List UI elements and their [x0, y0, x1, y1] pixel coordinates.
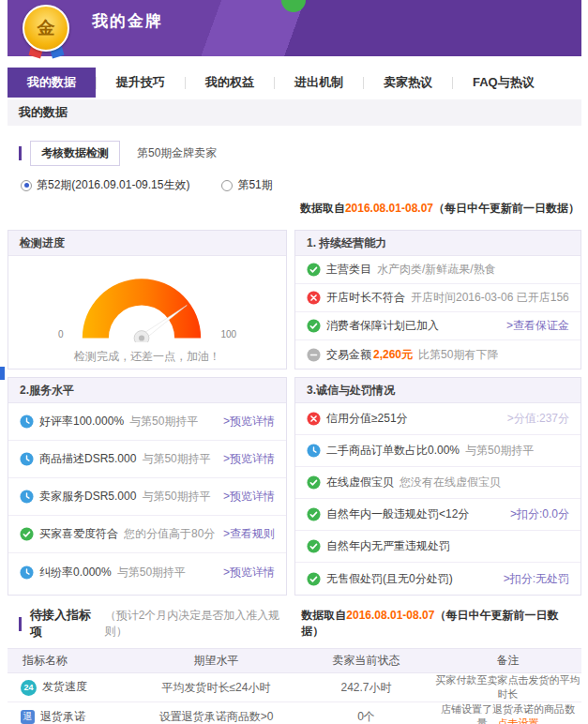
tab-my-benefits[interactable]: 我的权益 — [186, 68, 274, 98]
gauge-body: 0 100 — [8, 256, 286, 369]
gauge-min-label: 0 — [58, 329, 64, 339]
gauge-hub-dot — [139, 335, 144, 340]
check-circle-icon — [307, 263, 321, 277]
preview-detail-link[interactable]: >预览详情 — [218, 489, 275, 505]
clock-icon — [20, 415, 34, 429]
current-status: 0个 — [298, 702, 434, 724]
section-header: 我的数据 — [8, 99, 581, 126]
left-edge-marker — [0, 367, 5, 380]
metric-text: 交易金额 — [326, 347, 371, 363]
tab-seller-discussion[interactable]: 卖家热议 — [364, 68, 452, 98]
clock-icon — [20, 452, 34, 466]
panel-progress: 检测进度 0 — [8, 230, 287, 370]
credit-score-link[interactable]: >分值:237分 — [502, 411, 569, 427]
note-date-range: 2016.08.01-08.07 — [346, 609, 434, 622]
metric-text: 无售假处罚(且无0分处罚) — [326, 571, 453, 587]
note-date-range: 2016.08.01-08.07 — [345, 202, 433, 215]
clock-icon — [20, 490, 34, 504]
gauge-max-label: 100 — [220, 329, 236, 339]
data-source-note: 数据取自2016.08.01-08.07（每日中午更新前一日数据） — [8, 201, 581, 217]
expected-level: 设置退货承诺商品数>0 — [134, 702, 298, 724]
progress-gauge — [68, 260, 216, 342]
metric-text: 开店时长不符合 — [326, 290, 405, 306]
shipping-speed-24h-icon: 24 — [21, 680, 37, 696]
check-circle-icon — [307, 475, 321, 490]
page-banner: 金 我的金牌 — [8, 0, 581, 56]
green-decoration — [281, 0, 306, 12]
subtab-assessment-check[interactable]: 考核数据检测 — [30, 141, 120, 166]
metric-row: 自然年内无严重违规处罚 — [295, 531, 580, 563]
nav-tabbar: 我的数据 提升技巧 我的权益 进出机制 卖家热议 FAQ与热议 — [8, 68, 581, 98]
check-circle-icon — [20, 527, 34, 541]
subtab-bar: 考核数据检测 第50期金牌卖家 — [8, 141, 581, 166]
column-header-current-status: 卖家当前状态 — [298, 649, 434, 673]
error-circle-icon — [307, 291, 321, 305]
view-deposit-link[interactable]: >查看保证金 — [501, 318, 569, 334]
metric-detail: 与第50期持平 — [117, 565, 186, 581]
metric-row: 消费者保障计划已加入 >查看保证金 — [295, 312, 580, 340]
preview-detail-link[interactable]: >预览详情 — [218, 565, 275, 581]
purple-accent-bar — [19, 617, 22, 631]
metric-row: 商品描述DSR5.000 与第50期持平 >预览详情 — [8, 441, 286, 478]
error-circle-icon — [307, 412, 321, 426]
metric-row: 在线虚假宝贝 您没有在线虚假宝贝 — [295, 467, 580, 499]
metric-text: 在线虚假宝贝 — [326, 475, 394, 490]
metric-text: 卖家服务DSR5.000 — [39, 489, 136, 505]
medal-coin: 金 — [23, 5, 69, 52]
tab-faq[interactable]: FAQ与热议 — [453, 68, 554, 98]
metric-detail: 比第50期有下降 — [418, 347, 498, 363]
metric-text: 二手商品订单数占比0.00% — [326, 443, 460, 459]
view-rules-link[interactable]: >查看规则 — [218, 526, 275, 542]
click-to-set-link[interactable]: 点击设置 — [498, 717, 539, 724]
radio-period52-label[interactable]: 第52期(2016.09.01-09.15生效) — [37, 177, 189, 193]
panel-service-title: 2.服务水平 — [8, 378, 286, 403]
preview-detail-link[interactable]: >预览详情 — [218, 414, 275, 430]
metric-text: 消费者保障计划已加入 — [326, 318, 439, 334]
column-header-remark: 备注 — [434, 649, 581, 673]
check-circle-icon — [307, 539, 321, 553]
pending-title: 待接入指标项 — [30, 607, 103, 641]
current-status: 242.7小时 — [298, 673, 434, 702]
metric-amount: 2,260元 — [373, 347, 413, 363]
column-header-expected-level: 期望水平 — [134, 649, 298, 673]
metric-row: 买家喜爱度符合 您的分值高于80分 >查看规则 — [8, 516, 286, 553]
panel-integrity-penalty: 3.诚信与处罚情况 信用分值≥251分 >分值:237分 二手商品订单数占比0.… — [294, 377, 581, 596]
metric-detail: 水产肉类/新鲜蔬果/熟食 — [377, 262, 496, 278]
pending-metrics-header: 待接入指标项 （预计2个月内决定是否加入准入规则） 数据取自2016.08.01… — [8, 607, 581, 641]
metric-text: 主营类目 — [326, 262, 371, 278]
metric-row: 好评率100.000% 与第50期持平 >预览详情 — [8, 403, 286, 441]
page-title: 我的金牌 — [92, 10, 163, 32]
metric-row: 卖家服务DSR5.000 与第50期持平 >预览详情 — [8, 478, 286, 516]
panels-grid: 检测进度 0 — [8, 230, 581, 596]
main-content: 考核数据检测 第50期金牌卖家 第52期(2016.09.01-09.15生效)… — [8, 141, 581, 724]
metric-detail: 开店时间2016-03-06 已开店156天 — [411, 290, 569, 306]
metric-text: 纠纷率0.000% — [39, 565, 112, 581]
tab-entry-exit-rules[interactable]: 进出机制 — [275, 68, 363, 98]
panel-service-level: 2.服务水平 好评率100.000% 与第50期持平 >预览详情 商品描述DSR… — [8, 377, 287, 596]
gold-medal-icon: 金 — [23, 5, 75, 63]
clock-icon — [20, 566, 34, 580]
subtab-period50-gold-seller[interactable]: 第50期金牌卖家 — [137, 145, 217, 161]
metric-name: 发货速度 — [42, 680, 87, 693]
note-suffix: （每日中午更新前一日数据） — [433, 202, 580, 215]
table-row: 24发货速度 平均发货时长≤24小时 242.7小时 买家付款至卖家点击发货的平… — [8, 673, 581, 702]
preview-detail-link[interactable]: >预览详情 — [218, 451, 275, 467]
metric-row: 交易金额 2,260元 比第50期有下降 — [295, 340, 580, 369]
tab-my-data[interactable]: 我的数据 — [8, 68, 96, 98]
metric-text: 商品描述DSR5.000 — [39, 451, 136, 467]
tab-improve-skills[interactable]: 提升技巧 — [97, 68, 185, 98]
check-circle-icon — [307, 572, 321, 586]
purple-accent-bar — [19, 146, 22, 160]
pending-subtitle: （预计2个月内决定是否加入准入规则） — [105, 608, 302, 640]
radio-period51-label[interactable]: 第51期 — [237, 177, 272, 193]
radio-period51[interactable] — [221, 180, 233, 191]
metric-text: 自然年内无严重违规处罚 — [326, 538, 450, 554]
radio-period52[interactable] — [21, 180, 32, 191]
check-circle-icon — [307, 319, 321, 333]
deduction-points-link[interactable]: >扣分:0.0分 — [505, 506, 569, 522]
panel-integrity-title: 3.诚信与处罚情况 — [295, 378, 580, 403]
metric-detail: 与第50期持平 — [465, 443, 534, 459]
deduction-points-link[interactable]: >扣分:无处罚 — [498, 571, 569, 587]
data-source-note: 数据取自2016.08.01-08.07（每日中午更新前一日数据） — [301, 608, 581, 640]
note-prefix: 数据取自 — [300, 202, 345, 215]
